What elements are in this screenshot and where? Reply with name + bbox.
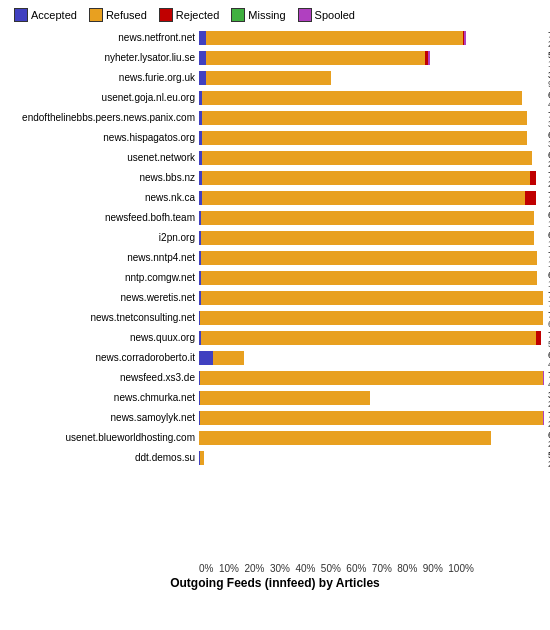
bar-segment-refused xyxy=(213,351,244,365)
bar-segment-spooled xyxy=(543,371,544,385)
bar-segment-refused xyxy=(201,231,534,245)
bar-segment-refused xyxy=(200,371,542,385)
row-label: nntp.comgw.net xyxy=(4,272,199,283)
table-row: usenet.goja.nl.eu.org6893418 xyxy=(4,88,546,107)
bar-wrapper: 6793360 xyxy=(199,131,546,145)
x-axis-label: 30% xyxy=(270,563,290,574)
bar-segment-refused xyxy=(200,391,370,405)
bar-wrapper: 7276394 xyxy=(199,111,546,125)
legend-item-accepted: Accepted xyxy=(14,8,77,22)
legend-label-refused: Refused xyxy=(106,9,147,21)
bar-segment-refused xyxy=(201,271,538,285)
table-row: news.hispagatos.org6793360 xyxy=(4,128,546,147)
legend-item-spooled: Spooled xyxy=(298,8,355,22)
x-axis-label: 60% xyxy=(346,563,366,574)
row-label: endofthelinebbs.peers.news.panix.com xyxy=(4,112,199,123)
bar-wrapper: 7358228 xyxy=(199,171,546,185)
bar-wrapper: 6860136 xyxy=(199,231,546,245)
bar-wrapper: 6893418 xyxy=(199,91,546,105)
table-row: news.quux.org726456 xyxy=(4,328,546,347)
chart-area: news.netfront.net72622416nyheter.lysator… xyxy=(4,28,546,560)
bar-wrapper: 726456 xyxy=(199,331,546,345)
x-axis-label: 80% xyxy=(397,563,417,574)
bar-wrapper: 7232114 xyxy=(199,251,546,265)
x-axis-label: 50% xyxy=(321,563,341,574)
table-row: nntp.comgw.net6539100 xyxy=(4,268,546,287)
row-label: ddt.demos.su xyxy=(4,452,199,463)
row-label: news.bbs.nz xyxy=(4,172,199,183)
bar-wrapper: 728264 xyxy=(199,311,546,325)
x-axis-label: 100% xyxy=(448,563,474,574)
bar-wrapper: 7238204 xyxy=(199,191,546,205)
bar-segment-rejected xyxy=(536,331,541,345)
bar-wrapper: 61042 xyxy=(199,431,546,445)
table-row: news.tnetconsulting.net728264 xyxy=(4,308,546,327)
bar-segment-rejected xyxy=(530,171,535,185)
bar-segment-accepted xyxy=(199,351,213,365)
bar-wrapper: 359024 xyxy=(199,391,546,405)
table-row: news.furie.org.uk3644910 xyxy=(4,68,546,87)
bar-segment-accepted xyxy=(199,71,206,85)
table-row: news.bbs.nz7358228 xyxy=(4,168,546,187)
row-label: news.furie.org.uk xyxy=(4,72,199,83)
bar-segment-refused xyxy=(201,331,536,345)
legend-label-spooled: Spooled xyxy=(315,9,355,21)
table-row: usenet.blueworldhosting.com61042 xyxy=(4,428,546,447)
x-axis: 0%10%20%30%40%50%60%70%80%90%100% xyxy=(199,563,474,574)
row-label: news.chmurka.net xyxy=(4,392,199,403)
bar-segment-refused xyxy=(206,31,463,45)
bar-segment-spooled xyxy=(543,411,544,425)
bar-wrapper: 721441 xyxy=(199,371,546,385)
table-row: news.nntp4.net7232114 xyxy=(4,248,546,267)
bar-segment-refused xyxy=(202,91,521,105)
legend: AcceptedRefusedRejectedMissingSpooled xyxy=(4,8,546,22)
row-label: usenet.blueworldhosting.com xyxy=(4,432,199,443)
legend-box-rejected xyxy=(159,8,173,22)
bar-segment-refused xyxy=(202,151,532,165)
table-row: ddt.demos.su502 xyxy=(4,448,546,467)
table-row: news.corradoroberto.it66947 xyxy=(4,348,546,367)
chart-container: AcceptedRefusedRejectedMissingSpooled ne… xyxy=(0,0,550,630)
chart-title: Outgoing Feeds (innfeed) by Articles xyxy=(4,576,546,590)
bar-segment-refused xyxy=(200,311,542,325)
x-axis-label: 10% xyxy=(219,563,239,574)
bar-wrapper: 6968156 xyxy=(199,211,546,225)
bar-segment-accepted xyxy=(199,51,206,65)
legend-label-accepted: Accepted xyxy=(31,9,77,21)
row-label: news.nk.ca xyxy=(4,192,199,203)
x-axis-label: 70% xyxy=(372,563,392,574)
bar-wrapper: 728377 xyxy=(199,291,546,305)
bar-wrapper: 502 xyxy=(199,451,546,465)
table-row: news.weretis.net728377 xyxy=(4,288,546,307)
bar-wrapper: 59641699 xyxy=(199,51,546,65)
x-axis-label: 40% xyxy=(295,563,315,574)
row-label: news.hispagatos.org xyxy=(4,132,199,143)
row-label: usenet.network xyxy=(4,152,199,163)
legend-label-rejected: Rejected xyxy=(176,9,219,21)
table-row: usenet.network6681278 xyxy=(4,148,546,167)
bar-segment-refused xyxy=(200,451,203,465)
x-axis-label: 0% xyxy=(199,563,213,574)
row-label: usenet.goja.nl.eu.org xyxy=(4,92,199,103)
legend-box-accepted xyxy=(14,8,28,22)
legend-label-missing: Missing xyxy=(248,9,285,21)
row-label: news.tnetconsulting.net xyxy=(4,312,199,323)
row-label: news.quux.org xyxy=(4,332,199,343)
row-label: newsfeed.bofh.team xyxy=(4,212,199,223)
row-label: news.corradoroberto.it xyxy=(4,352,199,363)
table-row: nyheter.lysator.liu.se59641699 xyxy=(4,48,546,67)
bar-segment-accepted xyxy=(199,31,206,45)
bar-segment-spooled xyxy=(464,31,466,45)
table-row: news.netfront.net72622416 xyxy=(4,28,546,47)
table-row: news.nk.ca7238204 xyxy=(4,188,546,207)
row-label: news.nntp4.net xyxy=(4,252,199,263)
x-axis-label: 20% xyxy=(244,563,264,574)
row-label: news.netfront.net xyxy=(4,32,199,43)
bar-wrapper: 3644910 xyxy=(199,71,546,85)
x-axis-label: 90% xyxy=(423,563,443,574)
row-label: news.weretis.net xyxy=(4,292,199,303)
bar-wrapper: 72622416 xyxy=(199,31,546,45)
row-label: i2pn.org xyxy=(4,232,199,243)
bar-segment-refused xyxy=(200,411,543,425)
legend-item-missing: Missing xyxy=(231,8,285,22)
